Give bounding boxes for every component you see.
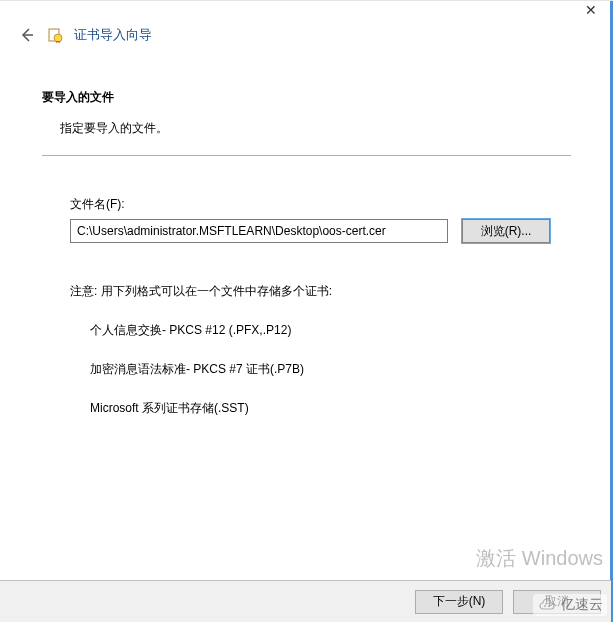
svg-point-2: [54, 34, 62, 42]
browse-button[interactable]: 浏览(R)...: [462, 219, 550, 243]
wizard-header: 证书导入向导: [0, 1, 613, 54]
file-path-input[interactable]: [70, 219, 448, 243]
close-icon: ✕: [585, 2, 597, 18]
format-item: Microsoft 系列证书存储(.SST): [90, 400, 571, 417]
certificate-icon: [46, 26, 64, 44]
format-item: 个人信息交换- PKCS #12 (.PFX,.P12): [90, 322, 571, 339]
file-row: 浏览(R)...: [42, 219, 571, 243]
wizard-title: 证书导入向导: [74, 26, 152, 44]
page-heading: 要导入的文件: [42, 89, 571, 106]
wizard-footer: 下一步(N) 取消: [0, 580, 611, 622]
back-button[interactable]: [18, 26, 36, 44]
file-name-label: 文件名(F):: [42, 196, 571, 213]
close-button[interactable]: ✕: [571, 1, 611, 21]
wizard-content: 要导入的文件 指定要导入的文件。 文件名(F): 浏览(R)... 注意: 用下…: [0, 54, 613, 417]
cancel-button[interactable]: 取消: [513, 590, 601, 614]
windows-activation-watermark: 激活 Windows: [476, 545, 603, 572]
format-item: 加密消息语法标准- PKCS #7 证书(.P7B): [90, 361, 571, 378]
back-arrow-icon: [19, 27, 35, 43]
next-button[interactable]: 下一步(N): [415, 590, 503, 614]
format-note: 注意: 用下列格式可以在一个文件中存储多个证书:: [42, 283, 571, 300]
page-lead: 指定要导入的文件。: [42, 120, 571, 137]
format-list: 个人信息交换- PKCS #12 (.PFX,.P12) 加密消息语法标准- P…: [42, 322, 571, 417]
separator: [42, 155, 571, 156]
